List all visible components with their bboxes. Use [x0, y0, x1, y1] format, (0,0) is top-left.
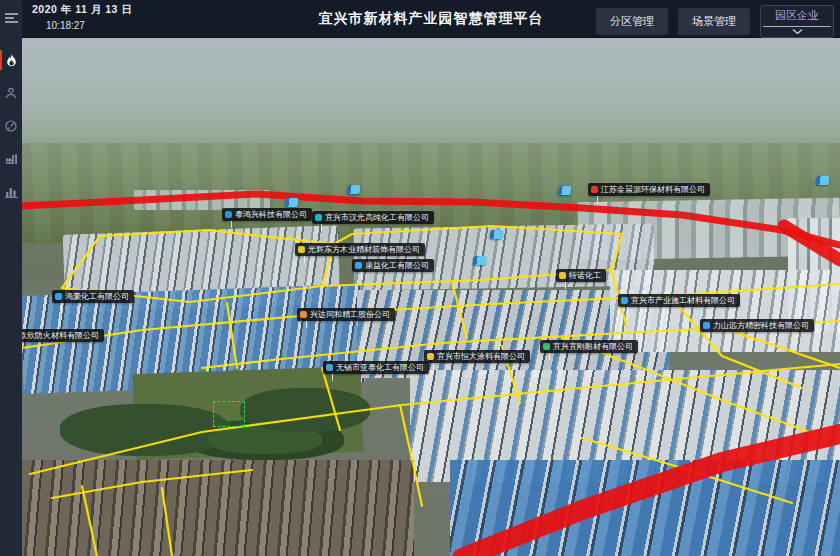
company-label-text: 泰鸿兴科技有限公司: [235, 210, 307, 219]
company-label-text: 兴达同和精工股份公司: [310, 310, 390, 319]
vehicle-marker-icon[interactable]: [472, 256, 486, 265]
user-icon: [5, 87, 17, 99]
gauge-icon: [5, 120, 17, 132]
company-marker-icon: [326, 364, 333, 371]
company-label[interactable]: 宜兴市欧欣防火材料有限公司: [22, 329, 104, 342]
sidebar-item-enterprise[interactable]: [0, 147, 22, 171]
sidebar-item-personnel[interactable]: [0, 81, 22, 105]
map-3d-canvas[interactable]: 泰鸿兴科技有限公司宜兴市汉光高纯化工有限公司光辉东方木业精材装饰有限公司康益化工…: [22, 38, 840, 556]
company-label[interactable]: 光辉东方木业精材装饰有限公司: [295, 243, 425, 256]
company-marker-icon: [355, 262, 362, 269]
company-label[interactable]: 力山远方精密科技有限公司: [700, 319, 814, 332]
company-label-text: 鸿豪化工有限公司: [65, 292, 129, 301]
vehicle-marker-icon[interactable]: [489, 230, 503, 239]
company-marker-icon: [559, 272, 566, 279]
park-enterprise-dropdown[interactable]: 园区企业: [760, 5, 834, 38]
top-header: 2020 年 11 月 13 日 10:18:27 宜兴市新材料产业园智慧管理平…: [22, 0, 840, 38]
company-label-text: 特诺化工: [569, 271, 601, 280]
scene-management-button[interactable]: 场景管理: [678, 8, 750, 35]
vehicle-marker-icon[interactable]: [815, 176, 829, 185]
company-label[interactable]: 泰鸿兴科技有限公司: [222, 208, 312, 221]
company-marker-icon: [427, 353, 434, 360]
sidebar: [0, 0, 22, 556]
company-label[interactable]: 宜兴市汉光高纯化工有限公司: [312, 211, 434, 224]
road-outline-yellow: [227, 303, 237, 368]
company-label-text: 宜兴市汉光高纯化工有限公司: [325, 213, 429, 222]
road-outline-yellow: [322, 368, 340, 430]
sidebar-item-menu[interactable]: [0, 6, 22, 30]
company-marker-icon: [315, 214, 322, 221]
company-label[interactable]: 江苏金晨源环保材料有限公司: [588, 183, 710, 196]
company-label[interactable]: 无锡市亚泰化工有限公司: [323, 361, 429, 374]
company-marker-icon: [591, 186, 598, 193]
company-marker-icon: [298, 246, 305, 253]
company-label[interactable]: 宜兴市恒大涂料有限公司: [424, 350, 530, 363]
company-marker-icon: [621, 297, 628, 304]
zone-management-button[interactable]: 分区管理: [596, 8, 668, 35]
company-marker-icon: [300, 311, 307, 318]
company-label-text: 无锡市亚泰化工有限公司: [336, 363, 424, 372]
road-outline-yellow: [82, 486, 97, 556]
header-actions: 分区管理 场景管理 园区企业: [596, 5, 834, 38]
company-label-text: 力山远方精密科技有限公司: [713, 321, 809, 330]
road-outline-yellow: [452, 282, 467, 338]
company-marker-icon: [55, 293, 62, 300]
road-outline-yellow: [400, 405, 422, 506]
vehicle-marker-icon[interactable]: [557, 186, 571, 195]
company-marker-icon: [703, 322, 710, 329]
road-outline-yellow: [52, 470, 252, 498]
company-label[interactable]: 宜兴市产业施工材料有限公司: [618, 294, 740, 307]
company-marker-icon: [543, 343, 550, 350]
company-label-text: 光辉东方木业精材装饰有限公司: [308, 245, 420, 254]
dropdown-label: 园区企业: [761, 6, 833, 26]
selection-box: [213, 401, 245, 427]
company-label-text: 宜兴市产业施工材料有限公司: [631, 296, 735, 305]
company-label[interactable]: 康益化工有限公司: [352, 259, 434, 272]
sidebar-item-fire[interactable]: [0, 48, 22, 72]
company-label[interactable]: 宜兴宜刚耐材有限公司: [540, 340, 638, 353]
company-label-text: 宜兴市欧欣防火材料有限公司: [22, 331, 99, 340]
company-label-text: 康益化工有限公司: [365, 261, 429, 270]
highway-highlight-red: [462, 434, 840, 556]
company-label[interactable]: 兴达同和精工股份公司: [297, 308, 395, 321]
flame-icon: [6, 54, 17, 67]
company-label-text: 江苏金晨源环保材料有限公司: [601, 185, 705, 194]
vehicle-marker-icon[interactable]: [346, 185, 360, 194]
sidebar-item-statistics[interactable]: [0, 180, 22, 204]
company-marker-icon: [225, 211, 232, 218]
vehicle-marker-icon[interactable]: [284, 198, 298, 207]
sidebar-item-monitor[interactable]: [0, 114, 22, 138]
company-label-text: 宜兴宜刚耐材有限公司: [553, 342, 633, 351]
menu-icon: [5, 13, 18, 23]
road-outline-yellow: [162, 488, 172, 556]
company-label-text: 宜兴市恒大涂料有限公司: [437, 352, 525, 361]
chevron-down-icon: [761, 27, 833, 37]
company-label[interactable]: 特诺化工: [556, 269, 606, 282]
company-label[interactable]: 鸿豪化工有限公司: [52, 290, 134, 303]
factory-icon: [5, 153, 18, 165]
bar-chart-icon: [5, 186, 18, 198]
